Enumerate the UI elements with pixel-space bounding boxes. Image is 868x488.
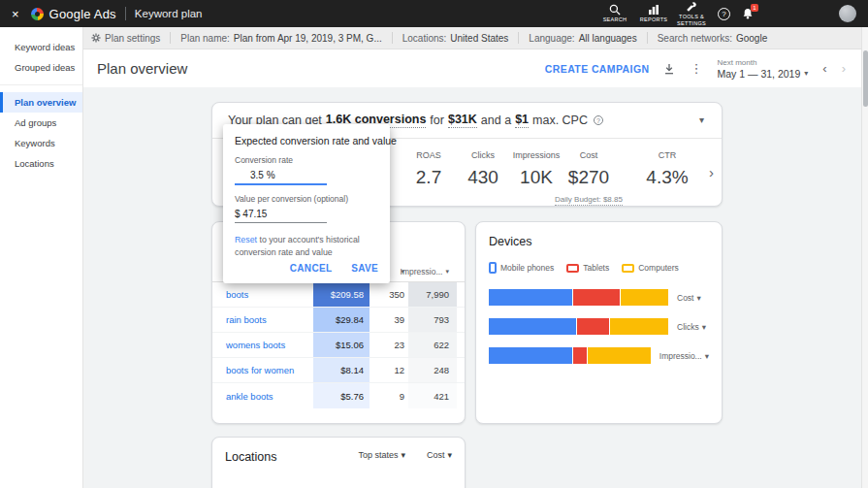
networks-setting[interactable]: Search networks: Google [658,33,768,44]
chevron-down-icon: ▾ [696,293,700,303]
cost-cell: $15.06 [313,333,370,357]
create-campaign-button[interactable]: CREATE CAMPAIGN [545,63,650,75]
cost-cell: $209.58 [313,282,370,307]
sidebar-item-locations[interactable]: Locations [0,153,82,174]
daily-budget-link[interactable]: Daily Budget: $8.85 [555,195,623,206]
locations-metric-select[interactable]: Cost ▾ [427,450,452,460]
prev-period-icon[interactable]: ‹ [822,62,826,75]
locations-title: Locations [225,450,277,464]
reset-text: Reset to your account's historical conve… [235,234,372,259]
locations-setting[interactable]: Locations: United States [402,33,509,44]
language-setting[interactable]: Language: All languages [529,33,636,44]
sidebar-nav: Keyword ideas Grouped ideas Plan overvie… [0,27,83,488]
help-icon[interactable]: ? [718,8,730,20]
plan-settings-button[interactable]: Plan settings [91,33,160,44]
keyword-link[interactable]: ankle boots [226,391,273,402]
sidebar-item-plan-overview[interactable]: Plan overview [0,92,82,113]
keyword-link[interactable]: womens boots [226,340,285,350]
plan-settings-bar: Plan settings Plan name: Plan from Apr 1… [83,27,861,49]
sort-caret-icon: ▾ [445,268,449,276]
cpc-link[interactable]: $1 [515,113,529,128]
sidebar-item-keywords[interactable]: Keywords [0,133,82,153]
chevron-down-icon: ▾ [401,450,405,460]
computer-icon [622,264,634,273]
bar-segment-mobile [489,347,573,364]
bar-metric-select-cost[interactable]: Cost ▾ [677,293,701,303]
legend-computers: Computers [622,263,679,273]
bar-metric-select-clicks[interactable]: Clicks ▾ [677,322,706,332]
save-button[interactable]: SAVE [351,263,378,274]
date-range-picker[interactable]: Next month May 1 — 31, 2019 ▾ [717,58,808,80]
chevron-down-icon: ▾ [804,69,808,78]
tools-settings-button[interactable]: TOOLS & SETTINGS [675,1,708,26]
cost-cell: $8.14 [313,358,370,382]
page-header: Plan overview CREATE CAMPAIGN ⋮ Next mon… [83,49,861,87]
next-period-icon[interactable]: › [842,62,846,75]
bar-metric-select-impressions[interactable]: Impressio... ▾ [659,351,709,361]
devices-bar-cost: Cost ▾ [489,289,709,306]
cost-cell: $5.76 [313,383,370,408]
sidebar-item-grouped-ideas[interactable]: Grouped ideas [0,57,82,78]
top-app-bar: × Google Ads Keyword plan SEARCH REPORTS… [0,0,868,27]
download-icon[interactable] [663,63,675,75]
conversion-rate-input[interactable] [235,166,327,185]
expected-conversion-dialog: Expected conversion rate and value Conve… [223,124,390,283]
tablet-icon [566,264,579,273]
table-row: ankle boots $5.76 9 421 [212,383,465,408]
brand-name: Google Ads [49,7,116,21]
chevron-down-icon: ▾ [447,450,452,460]
locations-scope-select[interactable]: Top states ▾ [358,450,405,460]
date-range-value: May 1 — 31, 2019 [717,68,800,80]
cost-link[interactable]: $31K [448,113,477,128]
sidebar-divider [0,84,82,85]
bar-segment-tablet [573,347,588,364]
product-title: Keyword plan [135,8,203,19]
reports-button[interactable]: REPORTS [636,4,671,22]
main-canvas: Your plan can get 1.6K conversions for $… [83,87,861,488]
devices-bar-clicks: Clicks ▾ [489,318,709,335]
table-row: boots for women $8.14 12 248 [212,358,465,383]
sidebar-item-ad-groups[interactable]: Ad groups [0,113,82,133]
table-row: womens boots $15.06 23 622 [212,333,465,358]
bar-segment-computer [588,347,651,364]
impressions-column-header[interactable]: Impressio... ▾ [408,267,457,277]
devices-title: Devices [489,235,709,248]
metrics-scroll-right-icon[interactable]: › [709,164,714,180]
locations-card: Locations Top states ▾ Cost ▾ [211,437,466,488]
search-button[interactable]: SEARCH [597,4,632,22]
clicks-cell: 23 [370,333,408,357]
kebab-menu-icon[interactable]: ⋮ [690,61,702,76]
impressions-cell: 7,990 [408,282,457,307]
vertical-scrollbar[interactable] [861,27,868,488]
gear-icon [91,33,101,43]
impressions-cell: 622 [408,333,457,357]
clicks-cell: 12 [370,358,408,382]
collapse-banner-icon[interactable]: ▾ [699,114,704,125]
sidebar-item-keyword-ideas[interactable]: Keyword ideas [0,37,82,57]
bar-segment-mobile [489,289,573,306]
keyword-link[interactable]: boots [226,289,248,300]
avatar[interactable] [839,5,856,22]
period-label: Next month [717,58,756,67]
value-per-conversion-input[interactable] [235,205,327,223]
clicks-cell: 39 [370,308,408,332]
keyword-link[interactable]: boots for women [226,365,294,375]
cancel-button[interactable]: CANCEL [290,263,332,274]
scrollbar-thumb[interactable] [863,50,868,107]
topbar-divider [125,7,126,20]
close-icon[interactable]: × [12,7,19,21]
metric-ctr: CTR 4.3% [630,150,704,188]
chevron-down-icon: ▾ [705,351,709,361]
keyword-link[interactable]: rain boots [226,314,267,325]
dialog-title: Expected conversion rate and value [235,135,378,146]
value-per-conversion-label: Value per conversion (optional) [235,194,378,204]
info-icon[interactable]: ? [594,115,603,125]
plan-name-setting[interactable]: Plan name: Plan from Apr 19, 2019, 3 PM,… [180,33,381,44]
chevron-down-icon: ▾ [702,322,706,332]
clicks-cell: 350 [370,282,408,307]
bar-segment-computer [610,318,669,335]
legend-tablets: Tablets [566,263,609,273]
reset-link[interactable]: Reset [235,235,257,244]
conversion-rate-label: Conversion rate [235,155,378,165]
notifications-button[interactable]: 1 [742,8,754,19]
